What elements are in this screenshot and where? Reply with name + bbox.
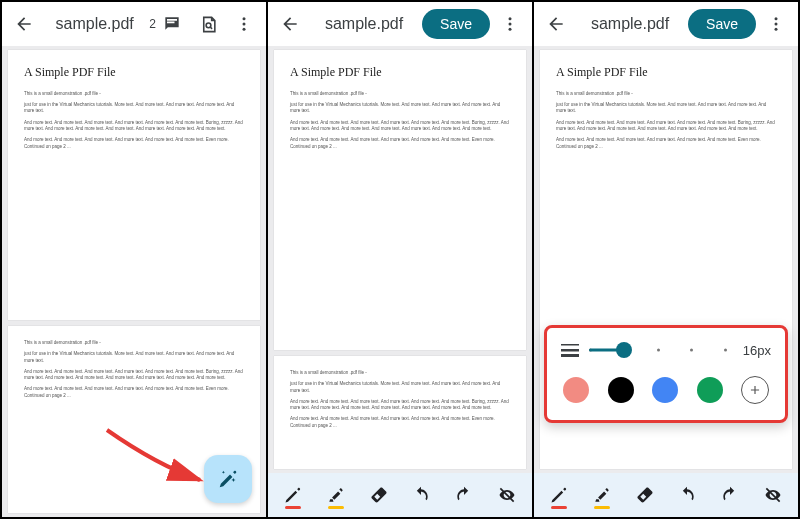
highlighter-color-indicator	[594, 506, 610, 509]
svg-point-5	[509, 23, 512, 26]
file-title: sample.pdf	[310, 15, 418, 33]
plus-icon	[748, 383, 762, 397]
document-area[interactable]: A Simple PDF File This is a small demons…	[2, 46, 266, 517]
eye-off-icon	[763, 485, 783, 505]
undo-icon	[677, 485, 697, 505]
thickness-slider[interactable]	[589, 342, 727, 358]
undo-button[interactable]	[404, 478, 438, 512]
comments-button[interactable]	[156, 8, 188, 40]
topbar: sample.pdf Save	[268, 2, 532, 46]
svg-rect-11	[561, 349, 579, 352]
save-button[interactable]: Save	[422, 9, 490, 39]
pdf-page-1: A Simple PDF File This is a small demons…	[8, 50, 260, 320]
color-palette	[561, 376, 771, 404]
panel-viewer: sample.pdf 2 A Simple PDF File This is a…	[1, 1, 267, 518]
eraser-tool[interactable]	[362, 478, 396, 512]
hide-annotations-button[interactable]	[490, 478, 524, 512]
annotation-toolbar	[268, 473, 532, 517]
pen-options-card: 16px	[544, 325, 788, 423]
eraser-icon	[635, 485, 655, 505]
undo-button[interactable]	[670, 478, 704, 512]
doc-title: A Simple PDF File	[24, 64, 244, 81]
topbar: sample.pdf 2	[2, 2, 266, 46]
document-area[interactable]: A Simple PDF File This is a small demons…	[534, 46, 798, 473]
magic-edit-icon	[217, 468, 239, 490]
svg-point-4	[509, 17, 512, 20]
back-button[interactable]	[540, 8, 572, 40]
svg-point-7	[775, 17, 778, 20]
highlighter-icon	[326, 485, 346, 505]
slider-thumb[interactable]	[616, 342, 632, 358]
eraser-icon	[369, 485, 389, 505]
svg-point-2	[243, 23, 246, 26]
more-menu-button[interactable]	[494, 8, 526, 40]
back-button[interactable]	[274, 8, 306, 40]
svg-point-6	[509, 28, 512, 31]
panel-annotate: sample.pdf Save A Simple PDF File This i…	[267, 1, 533, 518]
eye-off-icon	[497, 485, 517, 505]
pdf-page-2: This is a small demonstration .pdf file …	[274, 356, 526, 469]
annotation-toolbar	[534, 473, 798, 517]
svg-point-9	[775, 28, 778, 31]
highlighter-icon	[592, 485, 612, 505]
svg-point-0	[206, 22, 211, 27]
color-swatch-blue[interactable]	[652, 377, 678, 403]
pen-color-indicator	[551, 506, 567, 509]
undo-icon	[411, 485, 431, 505]
pen-icon	[283, 485, 303, 505]
save-button[interactable]: Save	[688, 9, 756, 39]
file-title: sample.pdf	[576, 15, 684, 33]
svg-point-3	[243, 28, 246, 31]
find-in-file-button[interactable]	[192, 8, 224, 40]
annotate-fab[interactable]	[204, 455, 252, 503]
thickness-icon	[561, 343, 579, 357]
svg-rect-12	[561, 354, 579, 357]
color-swatch-red[interactable]	[563, 377, 589, 403]
color-swatch-black[interactable]	[608, 377, 634, 403]
svg-point-8	[775, 23, 778, 26]
file-title: sample.pdf	[44, 15, 145, 33]
redo-icon	[454, 485, 474, 505]
more-menu-button[interactable]	[760, 8, 792, 40]
comment-count: 2	[149, 17, 156, 31]
pdf-page-1: A Simple PDF File This is a small demons…	[274, 50, 526, 350]
eraser-tool[interactable]	[628, 478, 662, 512]
highlighter-tool[interactable]	[585, 478, 619, 512]
back-button[interactable]	[8, 8, 40, 40]
doc-title: A Simple PDF File	[556, 64, 776, 81]
highlighter-tool[interactable]	[319, 478, 353, 512]
doc-title: A Simple PDF File	[290, 64, 510, 81]
pen-tool[interactable]	[276, 478, 310, 512]
add-color-button[interactable]	[741, 376, 769, 404]
thickness-value: 16px	[737, 343, 771, 358]
document-area[interactable]: A Simple PDF File This is a small demons…	[268, 46, 532, 473]
pen-icon	[549, 485, 569, 505]
more-menu-button[interactable]	[228, 8, 260, 40]
redo-button[interactable]	[713, 478, 747, 512]
color-swatch-green[interactable]	[697, 377, 723, 403]
redo-button[interactable]	[447, 478, 481, 512]
topbar: sample.pdf Save	[534, 2, 798, 46]
pen-tool[interactable]	[542, 478, 576, 512]
highlighter-color-indicator	[328, 506, 344, 509]
hide-annotations-button[interactable]	[756, 478, 790, 512]
panel-annotate-options: sample.pdf Save A Simple PDF File This i…	[533, 1, 799, 518]
svg-point-1	[243, 17, 246, 20]
redo-icon	[720, 485, 740, 505]
svg-rect-10	[561, 344, 579, 346]
pen-color-indicator	[285, 506, 301, 509]
